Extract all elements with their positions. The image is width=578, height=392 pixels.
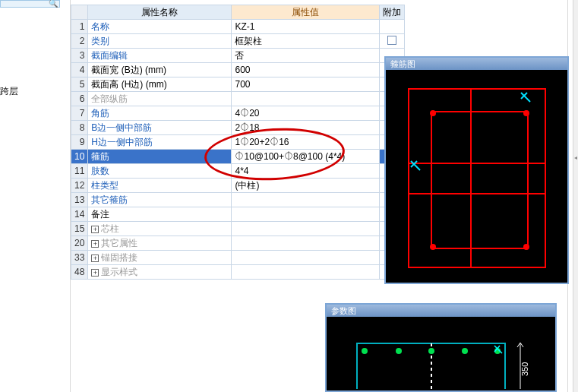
param-diagram-body: 350 [327, 317, 555, 390]
param-diagram-panel: 参数图 [325, 303, 557, 392]
property-name-cell[interactable]: 全部纵筋 [88, 92, 232, 106]
property-name-cell[interactable]: 截面宽 (B边) (mm) [88, 63, 232, 77]
property-value-cell[interactable]: 框架柱 [232, 34, 380, 49]
scrollbar[interactable]: ◂ [573, 0, 578, 392]
property-value-cell[interactable] [232, 207, 380, 222]
row-number: 33 [71, 251, 88, 265]
table-row[interactable]: 4截面宽 (B边) (mm)600 [71, 63, 405, 77]
svg-point-16 [428, 348, 434, 354]
property-value-cell[interactable] [232, 92, 380, 106]
main-panel: 属性名称 属性值 附加 1名称KZ-12类别框架柱3截面编辑否4截面宽 (B边)… [70, 0, 568, 392]
row-number: 11 [71, 164, 88, 179]
table-row[interactable]: 7角筋4⏀20 [71, 106, 405, 121]
property-name: H边一侧中部筋 [91, 137, 153, 147]
property-name-cell[interactable]: +显示样式 [88, 265, 232, 280]
property-name: B边一侧中部筋 [91, 122, 152, 133]
property-name-cell[interactable]: 角筋 [88, 106, 232, 121]
table-row[interactable]: 3截面编辑否 [71, 49, 405, 63]
property-name-cell[interactable]: 类别 [88, 34, 232, 49]
row-number: 13 [71, 193, 88, 207]
property-name-cell[interactable]: +锚固搭接 [88, 251, 232, 265]
property-name-cell[interactable]: 备注 [88, 207, 232, 222]
row-number: 12 [71, 179, 88, 193]
property-name: 截面宽 (B边) (mm) [91, 65, 166, 75]
property-name: 芯柱 [101, 223, 119, 234]
table-row[interactable]: 12柱类型(中柱) [71, 179, 405, 193]
table-row[interactable]: 14备注 [71, 207, 405, 222]
svg-point-17 [462, 348, 468, 354]
property-value-cell[interactable]: 2⏀18 [232, 121, 380, 135]
property-name-cell[interactable]: 其它箍筋 [88, 193, 232, 207]
expand-icon[interactable]: + [91, 254, 99, 262]
table-row[interactable]: 2类别框架柱 [71, 34, 405, 49]
table-row[interactable]: 10箍筋⏀10@100+⏀8@100 (4*4) [71, 150, 405, 164]
table-row[interactable]: 8B边一侧中部筋2⏀18 [71, 121, 405, 135]
table-row[interactable]: 9H边一侧中部筋1⏀20+2⏀16 [71, 135, 405, 150]
property-name-cell[interactable]: 截面高 (H边) (mm) [88, 77, 232, 92]
table-row[interactable]: 48+显示样式 [71, 265, 405, 280]
table-row[interactable]: 6全部纵筋 [71, 92, 405, 106]
property-value-cell[interactable]: 1⏀20+2⏀16 [232, 135, 380, 150]
table-row[interactable]: 20+其它属性 [71, 236, 405, 251]
property-value-cell[interactable] [232, 251, 380, 265]
header-row: 属性名称 属性值 附加 [71, 5, 405, 20]
property-name-cell[interactable]: 名称 [88, 20, 232, 34]
row-number: 7 [71, 106, 88, 121]
expand-icon[interactable]: + [91, 240, 99, 248]
property-name: 箍筋 [91, 151, 109, 162]
property-value-cell[interactable]: ⏀10@100+⏀8@100 (4*4) [232, 150, 380, 164]
stirrup-diagram-panel: 箍筋图 [384, 56, 569, 284]
property-name-cell[interactable]: 肢数 [88, 164, 232, 179]
header-value[interactable]: 属性值 [232, 5, 380, 20]
property-name-cell[interactable]: +其它属性 [88, 236, 232, 251]
property-value-cell[interactable]: 否 [232, 49, 380, 63]
row-number: 2 [71, 34, 88, 49]
property-name-cell[interactable]: +芯柱 [88, 222, 232, 236]
property-value-cell[interactable]: 4*4 [232, 164, 380, 179]
property-name: 备注 [91, 209, 109, 220]
property-value-cell[interactable]: (中柱) [232, 179, 380, 193]
property-value-cell[interactable] [232, 193, 380, 207]
property-name-cell[interactable]: B边一侧中部筋 [88, 121, 232, 135]
row-number: 48 [71, 265, 88, 280]
property-value-cell[interactable] [232, 265, 380, 280]
property-value-cell[interactable] [232, 236, 380, 251]
property-value-cell[interactable]: 700 [232, 77, 380, 92]
header-name[interactable]: 属性名称 [88, 5, 232, 20]
property-value-cell[interactable]: 4⏀20 [232, 106, 380, 121]
svg-rect-1 [431, 112, 528, 248]
property-name-cell[interactable]: 箍筋 [88, 150, 232, 164]
property-name-cell[interactable]: 截面编辑 [88, 49, 232, 63]
row-number: 8 [71, 121, 88, 135]
extra-cell[interactable] [379, 34, 404, 49]
property-name: 类别 [91, 36, 109, 46]
table-row[interactable]: 33+锚固搭接 [71, 251, 405, 265]
property-name: 截面高 (H边) (mm) [91, 79, 166, 90]
expand-icon[interactable]: + [91, 269, 99, 277]
param-dim-text: 350 [520, 362, 529, 376]
property-table: 属性名称 属性值 附加 1名称KZ-12类别框架柱3截面编辑否4截面宽 (B边)… [71, 5, 405, 280]
table-row[interactable]: 13其它箍筋 [71, 193, 405, 207]
extra-cell[interactable] [379, 20, 404, 34]
svg-point-8 [523, 244, 529, 250]
property-name-cell[interactable]: 柱类型 [88, 179, 232, 193]
header-extra[interactable]: 附加 [379, 5, 404, 20]
table-row[interactable]: 5截面高 (H边) (mm)700 [71, 77, 405, 92]
row-number: 10 [71, 150, 88, 164]
table-row[interactable]: 11肢数4*4 [71, 164, 405, 179]
property-value-cell[interactable] [232, 222, 380, 236]
search-icon: 🔍 [49, 1, 58, 7]
table-row[interactable]: 15+芯柱 [71, 222, 405, 236]
search-box[interactable]: 🔍 [0, 0, 60, 8]
property-name: 其它箍筋 [91, 194, 128, 205]
param-diagram-title: 参数图 [327, 305, 555, 317]
svg-point-6 [523, 110, 529, 116]
stirrup-diagram-body [386, 70, 567, 283]
row-number: 9 [71, 135, 88, 150]
expand-icon[interactable]: + [91, 226, 99, 233]
property-value-cell[interactable]: 600 [232, 63, 380, 77]
table-row[interactable]: 1名称KZ-1 [71, 20, 405, 34]
property-name-cell[interactable]: H边一侧中部筋 [88, 135, 232, 150]
checkbox-icon[interactable] [387, 36, 396, 45]
property-value-cell[interactable]: KZ-1 [232, 20, 380, 34]
